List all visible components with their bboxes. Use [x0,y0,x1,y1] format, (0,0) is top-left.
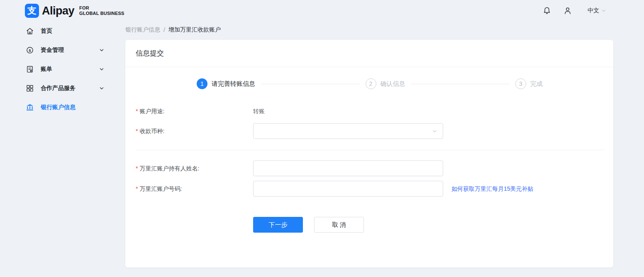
sidebar-item-label: 首页 [41,27,105,35]
holder-name-input[interactable] [253,160,443,176]
products-icon [26,84,34,92]
breadcrumb-current: 增加万里汇收款账户 [168,26,221,34]
step-1-number: 1 [197,78,207,89]
step-3-number: 3 [515,78,526,89]
account-number-label: *万里汇账户号码: [136,185,182,193]
sidebar: 首页 $ 资金管理 账单 [0,22,116,117]
brand-tagline: FOR GLOBAL BUSINESS [79,5,124,16]
tagline-line2: GLOBAL BUSINESS [79,11,124,16]
tagline-line1: FOR [79,5,124,11]
sidebar-item-bills[interactable]: 账单 [0,60,116,79]
chevron-down-icon [601,8,607,14]
sidebar-item-products[interactable]: 合作产品服务 [0,79,116,98]
home-icon [26,27,34,35]
breadcrumb-parent-link[interactable]: 银行账户信息 [125,26,160,34]
account-purpose-value: 转账 [253,107,265,115]
step-2: 2 确认信息 [366,78,405,89]
user-account-icon[interactable] [563,6,573,16]
holder-name-label: *万里汇账户持有人姓名: [136,164,199,173]
bills-icon [26,65,34,73]
required-asterisk: * [136,185,138,192]
sidebar-item-label: 银行账户信息 [41,104,105,111]
receiving-currency-label: *收款币种: [136,127,164,135]
sidebar-item-label: 账单 [41,66,99,73]
required-asterisk: * [136,108,138,114]
breadcrumb-separator: / [163,27,165,33]
language-label: 中文 [588,7,599,15]
step-1-label: 请完善转账信息 [212,80,255,88]
logo-glyph: 支 [27,5,37,17]
step-connector [411,84,510,84]
sidebar-item-home[interactable]: 首页 [0,22,116,41]
funds-icon: $ [26,46,34,54]
top-bar: 支 Alipay FOR GLOBAL BUSINESS 中文 [0,0,644,22]
account-purpose-label: *账户用途: [136,107,164,115]
bank-icon [26,103,34,112]
sidebar-item-label: 资金管理 [41,46,99,54]
chevron-down-icon [99,47,105,53]
chevron-down-icon [99,66,105,72]
required-asterisk: * [136,165,138,172]
required-asterisk: * [136,128,138,134]
step-2-label: 确认信息 [381,80,405,88]
receiving-currency-select[interactable] [253,123,443,139]
step-3: 3 完成 [515,78,543,89]
alipay-logo[interactable]: 支 Alipay FOR GLOBAL BUSINESS [25,4,124,18]
brand-name: Alipay [42,5,74,17]
chevron-down-icon [432,128,438,134]
page-title: 信息提交 [136,49,164,57]
step-1: 1 请完善转账信息 [197,78,255,89]
notification-bell-icon[interactable] [542,6,552,16]
chevron-down-icon [99,85,105,91]
info-submission-card: 信息提交 1 请完善转账信息 2 确认信息 3 完成 *账户用途: 转账 *收款… [125,40,613,267]
topbar-actions: 中文 [542,0,607,22]
breadcrumb: 银行账户信息 / 增加万里汇收款账户 [125,26,221,34]
sidebar-item-bank-accounts[interactable]: 银行账户信息 [0,98,116,117]
card-header: 信息提交 [125,40,613,67]
step-3-label: 完成 [530,80,543,88]
alipay-logo-icon: 支 [25,4,39,18]
step-2-number: 2 [366,78,376,89]
wizard-stepper: 1 请完善转账信息 2 确认信息 3 完成 [125,78,613,89]
next-step-button[interactable]: 下一步 [253,217,303,233]
svg-text:$: $ [29,48,31,53]
account-number-input[interactable] [253,181,443,197]
form-section-divider [136,150,605,150]
sidebar-item-funds[interactable]: $ 资金管理 [0,41,116,60]
sidebar-item-label: 合作产品服务 [41,85,99,92]
cancel-button[interactable]: 取 消 [314,217,364,233]
subsidy-help-link[interactable]: 如何获取万里汇每月15美元补贴 [451,185,534,193]
language-selector[interactable]: 中文 [588,7,607,15]
step-connector [261,84,360,84]
